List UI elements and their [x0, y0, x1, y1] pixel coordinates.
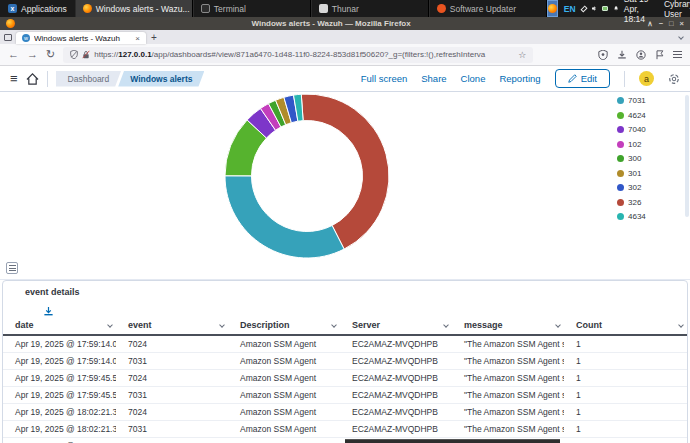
legend-item[interactable]: 4634 — [617, 212, 646, 221]
table-cell: Apr 19, 2025 @ 17:59:14.074 — [3, 352, 116, 369]
notifications-bell-icon[interactable] — [614, 4, 618, 13]
breadcrumb-windows-alerts[interactable]: Windows alerts — [118, 71, 204, 87]
browser-navbar: ← → ↻ https://127.0.0.1/app/dashboards#/… — [0, 44, 690, 66]
table-cell: Apr 19, 2025 @ 17:59:45.553 — [3, 386, 116, 403]
bottom-dark-bar — [345, 439, 560, 443]
legend-item[interactable]: 7031 — [617, 96, 646, 105]
bookmark-star-icon[interactable]: ☆ — [518, 50, 526, 60]
avatar[interactable]: a — [639, 71, 654, 86]
column-header-date[interactable]: date — [3, 317, 116, 335]
table-cell: 1 — [564, 335, 687, 352]
sort-chevron-icon — [107, 322, 113, 328]
legend-dot — [617, 141, 624, 148]
xfce-logo-icon: x — [8, 4, 17, 13]
table-cell: 1 — [564, 403, 687, 420]
keyboard-layout-indicator[interactable]: EN — [564, 4, 576, 14]
legend-item[interactable]: 4624 — [617, 111, 646, 120]
table-cell: 1 — [564, 369, 687, 386]
home-icon[interactable] — [26, 73, 39, 85]
breadcrumb-dashboard[interactable]: Dashboard — [56, 71, 122, 87]
table-cell: EC2AMAZ-MVQDHPB — [340, 403, 452, 420]
table-cell: Amazon SSM Agent — [228, 352, 340, 369]
legend-dot — [617, 155, 624, 162]
scrollbar-thumb[interactable] — [685, 95, 689, 217]
edit-button[interactable]: Edit — [555, 69, 610, 88]
window-button[interactable]: Terminal — [193, 0, 311, 17]
battery-icon[interactable] — [602, 6, 607, 11]
close-button[interactable]: × — [680, 19, 684, 28]
window-button[interactable]: Thunar — [311, 0, 429, 17]
column-header-event[interactable]: event — [116, 317, 228, 335]
account-icon[interactable] — [636, 50, 646, 60]
sort-chevron-icon — [219, 322, 225, 328]
full-screen-link[interactable]: Full screen — [361, 73, 407, 84]
maximize-button[interactable]: □ — [669, 19, 674, 28]
terminal-icon — [201, 4, 210, 13]
gear-icon[interactable] — [668, 73, 680, 85]
flag-icon[interactable] — [655, 50, 664, 60]
table-cell: Apr 19, 2025 @ 18:03:54.650 — [3, 437, 116, 443]
legend-item[interactable]: 326 — [617, 198, 646, 207]
table-cell: 1 — [564, 437, 687, 443]
table-cell: 7024 — [116, 369, 228, 386]
legend-item[interactable]: 7040 — [617, 125, 646, 134]
share-link[interactable]: Share — [421, 73, 446, 84]
window-button[interactable]: Windows alerts - Wazu... — [75, 0, 193, 17]
list-all-tabs-button[interactable] — [672, 30, 690, 44]
column-header-description[interactable]: Description — [228, 317, 340, 335]
download-icon[interactable] — [617, 50, 627, 60]
firefox-view-icon — [4, 34, 12, 41]
network-icon[interactable] — [580, 5, 587, 12]
privacy-shield-icon[interactable] — [598, 50, 608, 60]
firefox-view-button[interactable] — [0, 30, 16, 44]
window-button[interactable]: Software Updater — [429, 0, 547, 17]
thunar-icon — [319, 4, 328, 13]
applications-menu[interactable]: x Applications — [0, 0, 75, 17]
forward-button[interactable]: → — [27, 49, 38, 60]
legend-item[interactable]: 300 — [617, 154, 646, 163]
window-buttons: Windows alerts - Wazu...TerminalThunarSo… — [75, 0, 547, 17]
legend-item[interactable]: 302 — [617, 183, 646, 192]
sort-chevron-icon — [331, 322, 337, 328]
table-cell: 7031 — [116, 352, 228, 369]
column-header-message[interactable]: message — [452, 317, 564, 335]
legend-dot — [617, 184, 624, 191]
firefox-icon — [83, 4, 92, 13]
tracking-protection-shield-icon[interactable] — [70, 50, 78, 59]
clone-link[interactable]: Clone — [461, 73, 486, 84]
donut-slice-326[interactable] — [301, 94, 389, 249]
reporting-link[interactable]: Reporting — [499, 73, 540, 84]
legend-item[interactable]: 301 — [617, 169, 646, 178]
volume-icon[interactable] — [592, 4, 597, 13]
url-input[interactable]: https://127.0.0.1/app/dashboards#/view/8… — [63, 47, 533, 63]
desktop: x Applications Windows alerts - Wazu...T… — [0, 0, 690, 443]
pencil-icon — [568, 74, 577, 83]
tab-close-icon[interactable]: × — [135, 34, 140, 43]
wazuh-favicon: w — [22, 34, 30, 42]
donut-chart[interactable] — [223, 92, 391, 260]
legend-toggle-button[interactable] — [6, 262, 18, 274]
table-cell: 1 — [564, 386, 687, 403]
table-cell: 7024 — [116, 335, 228, 352]
back-button[interactable]: ← — [8, 49, 19, 60]
export-csv-button[interactable] — [43, 303, 57, 315]
app-toolbar: ≡ Dashboard Windows alerts Full screen S… — [0, 66, 690, 92]
legend-item[interactable]: 102 — [617, 140, 646, 149]
table-cell: Apr 19, 2025 @ 18:02:21.364 — [3, 420, 116, 437]
donut-slice-7031[interactable] — [225, 176, 344, 258]
reload-button[interactable]: ↻ — [46, 49, 55, 60]
divider — [624, 71, 625, 87]
browser-tab[interactable]: w Windows alerts - Wazuh × — [16, 32, 146, 44]
user-menu[interactable]: Cybrary User — [664, 0, 690, 19]
minimize-button[interactable]: − — [659, 19, 663, 28]
new-tab-button[interactable]: + — [146, 30, 162, 44]
app-menu-icon[interactable]: ≡ — [10, 72, 18, 85]
menu-icon[interactable] — [673, 51, 682, 58]
shade-button[interactable]: ∧ — [647, 19, 653, 28]
column-header-count[interactable]: Count — [564, 317, 687, 335]
firefox-launcher-button[interactable] — [547, 0, 558, 17]
column-header-server[interactable]: Server — [340, 317, 452, 335]
insecure-lock-icon[interactable] — [82, 50, 90, 59]
table-cell: Amazon SSM Agent — [228, 386, 340, 403]
legend-dot — [617, 199, 624, 206]
